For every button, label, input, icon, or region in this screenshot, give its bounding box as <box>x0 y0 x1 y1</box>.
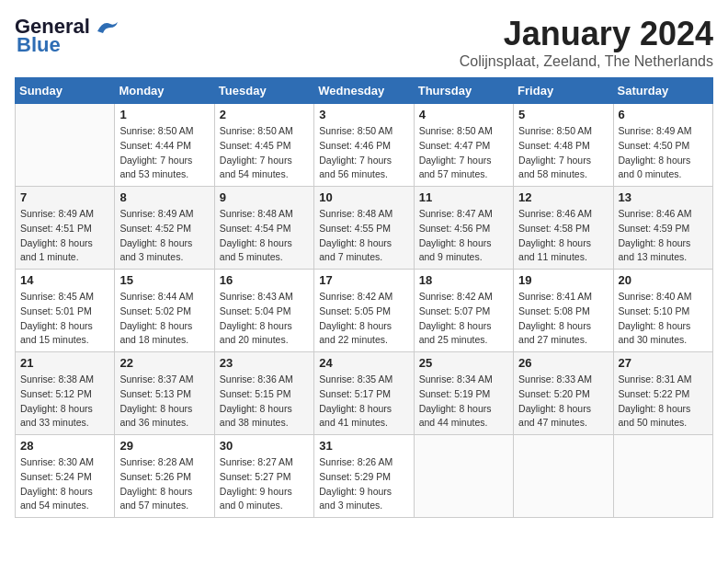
day-number: 26 <box>518 356 608 370</box>
day-number: 17 <box>319 273 408 287</box>
calendar-header-cell: Tuesday <box>214 78 313 104</box>
calendar-day-cell: 6Sunrise: 8:49 AMSunset: 4:50 PMDaylight… <box>613 104 712 187</box>
day-number: 6 <box>619 108 708 121</box>
calendar-header-cell: Monday <box>115 78 214 104</box>
day-number: 13 <box>619 190 708 204</box>
calendar-day-cell: 31Sunrise: 8:26 AMSunset: 5:29 PMDayligh… <box>314 435 414 518</box>
calendar-day-cell: 28Sunrise: 8:30 AMSunset: 5:24 PMDayligh… <box>16 435 115 518</box>
calendar-day-cell: 1Sunrise: 8:50 AMSunset: 4:44 PMDaylight… <box>115 104 214 187</box>
day-number: 21 <box>20 356 109 370</box>
day-number: 22 <box>119 356 209 370</box>
day-number: 4 <box>419 108 508 121</box>
day-number: 29 <box>119 439 209 453</box>
calendar-day-cell: 17Sunrise: 8:42 AMSunset: 5:05 PMDayligh… <box>314 270 414 352</box>
day-info: Sunrise: 8:41 AMSunset: 5:08 PMDaylight:… <box>518 290 608 348</box>
day-info: Sunrise: 8:34 AMSunset: 5:19 PMDaylight:… <box>419 373 508 431</box>
day-info: Sunrise: 8:50 AMSunset: 4:46 PMDaylight:… <box>319 124 408 182</box>
month-title: January 2024 <box>460 15 713 53</box>
day-info: Sunrise: 8:31 AMSunset: 5:22 PMDaylight:… <box>619 373 708 431</box>
day-number: 15 <box>119 273 209 287</box>
calendar-day-cell: 10Sunrise: 8:48 AMSunset: 4:55 PMDayligh… <box>314 187 414 270</box>
location-title: Colijnsplaat, Zeeland, The Netherlands <box>460 53 713 70</box>
calendar-day-cell: 29Sunrise: 8:28 AMSunset: 5:26 PMDayligh… <box>115 435 214 518</box>
day-info: Sunrise: 8:49 AMSunset: 4:50 PMDaylight:… <box>619 124 708 182</box>
calendar-day-cell: 22Sunrise: 8:37 AMSunset: 5:13 PMDayligh… <box>115 352 214 435</box>
calendar-week-row: 28Sunrise: 8:30 AMSunset: 5:24 PMDayligh… <box>16 435 713 518</box>
calendar-day-cell: 12Sunrise: 8:46 AMSunset: 4:58 PMDayligh… <box>514 187 613 270</box>
calendar-day-cell: 4Sunrise: 8:50 AMSunset: 4:47 PMDaylight… <box>414 104 513 187</box>
title-area: January 2024 Colijnsplaat, Zeeland, The … <box>460 15 713 70</box>
calendar-day-cell: 26Sunrise: 8:33 AMSunset: 5:20 PMDayligh… <box>514 352 613 435</box>
logo-bird-icon <box>96 18 119 37</box>
calendar-header: SundayMondayTuesdayWednesdayThursdayFrid… <box>16 78 713 104</box>
day-info: Sunrise: 8:30 AMSunset: 5:24 PMDaylight:… <box>20 455 109 513</box>
logo-blue-text: Blue <box>15 33 61 57</box>
day-info: Sunrise: 8:46 AMSunset: 4:59 PMDaylight:… <box>619 207 708 265</box>
calendar-week-row: 7Sunrise: 8:49 AMSunset: 4:51 PMDaylight… <box>16 187 713 270</box>
day-info: Sunrise: 8:50 AMSunset: 4:48 PMDaylight:… <box>518 124 608 182</box>
calendar-week-row: 14Sunrise: 8:45 AMSunset: 5:01 PMDayligh… <box>16 270 713 352</box>
calendar-week-row: 21Sunrise: 8:38 AMSunset: 5:12 PMDayligh… <box>16 352 713 435</box>
calendar-header-cell: Saturday <box>613 78 712 104</box>
day-number: 11 <box>419 190 508 204</box>
calendar-day-cell: 8Sunrise: 8:49 AMSunset: 4:52 PMDaylight… <box>115 187 214 270</box>
day-info: Sunrise: 8:43 AMSunset: 5:04 PMDaylight:… <box>220 290 309 348</box>
header: General Blue January 2024 Colijnsplaat, … <box>15 15 713 70</box>
calendar-header-cell: Sunday <box>16 78 115 104</box>
calendar-day-cell <box>16 104 115 187</box>
day-number: 27 <box>619 356 708 370</box>
day-number: 8 <box>119 190 209 204</box>
calendar-day-cell: 20Sunrise: 8:40 AMSunset: 5:10 PMDayligh… <box>613 270 712 352</box>
calendar-day-cell: 25Sunrise: 8:34 AMSunset: 5:19 PMDayligh… <box>414 352 513 435</box>
calendar-day-cell: 5Sunrise: 8:50 AMSunset: 4:48 PMDaylight… <box>514 104 613 187</box>
calendar-day-cell: 18Sunrise: 8:42 AMSunset: 5:07 PMDayligh… <box>414 270 513 352</box>
day-info: Sunrise: 8:36 AMSunset: 5:15 PMDaylight:… <box>220 373 309 431</box>
calendar-day-cell: 21Sunrise: 8:38 AMSunset: 5:12 PMDayligh… <box>16 352 115 435</box>
calendar-day-cell: 9Sunrise: 8:48 AMSunset: 4:54 PMDaylight… <box>214 187 313 270</box>
calendar-header-cell: Wednesday <box>314 78 414 104</box>
day-info: Sunrise: 8:27 AMSunset: 5:27 PMDaylight:… <box>220 455 309 513</box>
day-number: 3 <box>319 108 408 121</box>
calendar-day-cell: 27Sunrise: 8:31 AMSunset: 5:22 PMDayligh… <box>613 352 712 435</box>
calendar-day-cell <box>613 435 712 518</box>
day-number: 20 <box>619 273 708 287</box>
logo: General Blue <box>15 15 119 57</box>
day-number: 24 <box>319 356 408 370</box>
day-number: 16 <box>220 273 309 287</box>
calendar-day-cell: 3Sunrise: 8:50 AMSunset: 4:46 PMDaylight… <box>314 104 414 187</box>
day-info: Sunrise: 8:40 AMSunset: 5:10 PMDaylight:… <box>619 290 708 348</box>
calendar-table: SundayMondayTuesdayWednesdayThursdayFrid… <box>15 77 713 518</box>
day-info: Sunrise: 8:28 AMSunset: 5:26 PMDaylight:… <box>119 455 209 513</box>
calendar-day-cell: 14Sunrise: 8:45 AMSunset: 5:01 PMDayligh… <box>16 270 115 352</box>
day-number: 10 <box>319 190 408 204</box>
day-number: 5 <box>518 108 608 121</box>
day-info: Sunrise: 8:49 AMSunset: 4:51 PMDaylight:… <box>20 207 109 265</box>
day-info: Sunrise: 8:46 AMSunset: 4:58 PMDaylight:… <box>518 207 608 265</box>
calendar-day-cell <box>414 435 513 518</box>
day-number: 14 <box>20 273 109 287</box>
calendar-day-cell: 15Sunrise: 8:44 AMSunset: 5:02 PMDayligh… <box>115 270 214 352</box>
calendar-day-cell: 13Sunrise: 8:46 AMSunset: 4:59 PMDayligh… <box>613 187 712 270</box>
day-number: 19 <box>518 273 608 287</box>
calendar-body: 1Sunrise: 8:50 AMSunset: 4:44 PMDaylight… <box>16 104 713 518</box>
day-number: 28 <box>20 439 109 453</box>
day-info: Sunrise: 8:50 AMSunset: 4:44 PMDaylight:… <box>119 124 209 182</box>
calendar-header-row: SundayMondayTuesdayWednesdayThursdayFrid… <box>16 78 713 104</box>
day-info: Sunrise: 8:42 AMSunset: 5:07 PMDaylight:… <box>419 290 508 348</box>
day-number: 2 <box>220 108 309 121</box>
calendar-day-cell: 30Sunrise: 8:27 AMSunset: 5:27 PMDayligh… <box>214 435 313 518</box>
day-info: Sunrise: 8:50 AMSunset: 4:45 PMDaylight:… <box>220 124 309 182</box>
day-info: Sunrise: 8:26 AMSunset: 5:29 PMDaylight:… <box>319 455 408 513</box>
day-number: 30 <box>220 439 309 453</box>
calendar-day-cell: 19Sunrise: 8:41 AMSunset: 5:08 PMDayligh… <box>514 270 613 352</box>
day-number: 23 <box>220 356 309 370</box>
day-info: Sunrise: 8:45 AMSunset: 5:01 PMDaylight:… <box>20 290 109 348</box>
day-info: Sunrise: 8:35 AMSunset: 5:17 PMDaylight:… <box>319 373 408 431</box>
day-info: Sunrise: 8:44 AMSunset: 5:02 PMDaylight:… <box>119 290 209 348</box>
calendar-day-cell: 16Sunrise: 8:43 AMSunset: 5:04 PMDayligh… <box>214 270 313 352</box>
day-info: Sunrise: 8:47 AMSunset: 4:56 PMDaylight:… <box>419 207 508 265</box>
day-info: Sunrise: 8:49 AMSunset: 4:52 PMDaylight:… <box>119 207 209 265</box>
calendar-header-cell: Thursday <box>414 78 513 104</box>
day-number: 7 <box>20 190 109 204</box>
day-number: 1 <box>119 108 209 121</box>
